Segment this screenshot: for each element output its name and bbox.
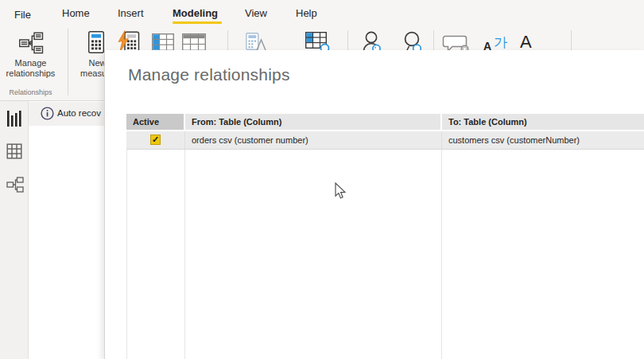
relationships-table: Active From: Table (Column) To: Table (C… (126, 114, 644, 359)
ribbon-group-divider (68, 29, 68, 96)
manage-relationships-dialog: Manage relationships Active From: Table … (104, 50, 644, 359)
column-divider (441, 150, 442, 359)
model-view-icon[interactable] (6, 177, 24, 196)
menu-bar: File Home Insert Modeling View Help (0, 0, 644, 25)
ribbon-divider (227, 30, 228, 53)
report-view-icon[interactable] (6, 110, 22, 131)
menu-help[interactable]: Help (296, 7, 317, 19)
table-header-row: Active From: Table (Column) To: Table (C… (126, 114, 644, 131)
dialog-title: Manage relationships (128, 65, 290, 84)
ribbon-divider (347, 30, 348, 53)
active-tab-underline (173, 21, 222, 24)
manage-relationships-icon[interactable] (18, 32, 44, 57)
auto-recovery-text: Auto recov (57, 108, 101, 118)
column-header-from[interactable]: From: Table (Column) (185, 114, 441, 131)
table-body (126, 149, 644, 359)
to-cell: customers csv (customerNumber) (441, 131, 644, 149)
from-cell: orders csv (customer number) (184, 131, 441, 149)
relationships-group-label: Relationships (0, 88, 61, 96)
menu-insert[interactable]: Insert (118, 7, 144, 19)
table-row[interactable]: ✓ orders csv (customer number) customers… (126, 131, 644, 149)
menu-file[interactable]: File (14, 9, 31, 21)
manage-relationships-label: Manage relationships (1, 58, 60, 79)
column-divider (184, 150, 185, 359)
powerbi-window: File Home Insert Modeling View Help (0, 0, 644, 359)
info-icon (41, 107, 54, 120)
menu-home[interactable]: Home (62, 7, 90, 19)
mouse-cursor (334, 182, 346, 200)
column-header-to[interactable]: To: Table (Column) (442, 114, 644, 131)
data-view-icon[interactable] (6, 143, 22, 162)
column-header-active[interactable]: Active (126, 114, 184, 131)
table-border-left (126, 150, 127, 359)
menu-view[interactable]: View (245, 7, 267, 19)
active-cell: ✓ (126, 131, 184, 149)
active-checkbox[interactable]: ✓ (150, 135, 161, 145)
view-sidebar (0, 101, 29, 359)
menu-modeling[interactable]: Modeling (173, 7, 218, 19)
ribbon-divider (433, 30, 434, 53)
ribbon-divider (571, 30, 572, 53)
